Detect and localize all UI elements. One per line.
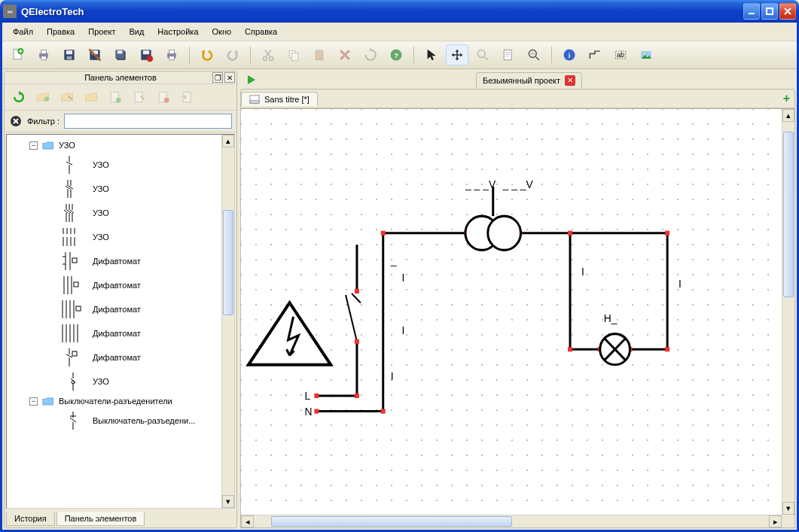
label-v-left: _ _ _V: [465, 178, 496, 190]
tree-item[interactable]: УЗО: [8, 225, 233, 249]
tree-category[interactable]: − УЗО: [8, 138, 233, 153]
menu-bar: Файл Правка Проект Вид Настройка Окно Сп…: [2, 23, 797, 41]
zoom-icon[interactable]: [471, 44, 494, 65]
image-icon[interactable]: [635, 44, 657, 65]
scroll-up-icon[interactable]: ▴: [222, 135, 234, 147]
svg-rect-68: [355, 289, 359, 293]
tree-item-label: УЗО: [93, 377, 109, 386]
save-all-icon[interactable]: [109, 44, 132, 65]
tree-item[interactable]: Дифавтомат: [8, 273, 233, 297]
project-tab[interactable]: Безымянный проект ✕: [476, 72, 582, 88]
tree-item[interactable]: УЗО: [8, 201, 233, 225]
scroll-down-icon[interactable]: ▾: [782, 502, 794, 515]
delete-icon[interactable]: [334, 44, 356, 65]
tree-item-label: Выключатели-разъеденители: [59, 397, 172, 406]
menu-settings[interactable]: Настройка: [151, 25, 204, 38]
tree-item[interactable]: Выключатель-разъедени...: [8, 409, 233, 433]
new-file-icon[interactable]: [7, 44, 29, 65]
print2-icon[interactable]: [160, 44, 183, 65]
project-tab-close-icon[interactable]: ✕: [565, 75, 575, 86]
svg-rect-56: [314, 409, 319, 413]
canvas-scrollbar-horizontal[interactable]: ◂ ▸: [241, 515, 782, 527]
sheet-tab[interactable]: Sans titre [*]: [241, 92, 318, 106]
redo-icon[interactable]: [221, 44, 244, 65]
wire-icon[interactable]: [584, 44, 606, 65]
tree-item-label: Дифавтомат: [93, 305, 141, 314]
zoom-fit-icon[interactable]: [523, 44, 545, 65]
element-thumb-icon: [66, 371, 81, 392]
scroll-right-icon[interactable]: ▸: [769, 515, 782, 527]
add-sheet-button[interactable]: +: [783, 92, 790, 105]
tree-item[interactable]: Дифавтомат: [8, 321, 233, 345]
edit-category-icon[interactable]: [56, 87, 78, 108]
collapse-icon[interactable]: −: [29, 397, 38, 406]
title-bar: ⎓ QElectroTech: [0, 0, 799, 23]
frame-icon[interactable]: ab: [609, 44, 632, 65]
svg-rect-63: [665, 231, 669, 236]
help-icon[interactable]: ?: [385, 44, 407, 65]
new-element-icon[interactable]: [104, 87, 127, 108]
filter-label: Фильтр :: [27, 117, 59, 126]
svg-rect-26: [318, 50, 322, 52]
canvas-scrollbar-vertical[interactable]: ▴ ▾: [782, 109, 794, 515]
elements-tree[interactable]: − УЗО УЗО УЗО УЗО УЗО Дифавтомат Дифавто…: [6, 134, 235, 509]
close-button[interactable]: [779, 3, 796, 20]
info-icon[interactable]: i: [558, 44, 581, 65]
page-props-icon[interactable]: [497, 44, 520, 65]
reload-icon[interactable]: [8, 87, 30, 108]
collapse-icon[interactable]: −: [29, 141, 38, 150]
panel-float-button[interactable]: ❐: [212, 72, 223, 83]
elements-panel: Панель элементов ❐ ✕ Фильтр :: [4, 71, 237, 528]
menu-project[interactable]: Проект: [82, 25, 121, 38]
minimize-button[interactable]: [743, 3, 760, 20]
menu-help[interactable]: Справка: [239, 25, 283, 38]
menu-view[interactable]: Вид: [123, 25, 150, 38]
cut-icon[interactable]: [257, 44, 279, 65]
scroll-up-icon[interactable]: ▴: [782, 109, 794, 122]
menu-edit[interactable]: Правка: [41, 25, 81, 38]
tree-item[interactable]: УЗО: [8, 177, 233, 201]
svg-rect-14: [117, 50, 123, 53]
element-thumb-icon: [62, 347, 84, 368]
scroll-left-icon[interactable]: ◂: [241, 515, 254, 527]
tree-scrollbar[interactable]: ▴ ▾: [221, 135, 234, 508]
edit-element-icon[interactable]: [128, 87, 151, 108]
panel-close-button[interactable]: ✕: [224, 72, 235, 83]
menu-window[interactable]: Окно: [206, 25, 238, 38]
clear-filter-icon[interactable]: [9, 114, 23, 128]
save-diag-icon[interactable]: [84, 44, 106, 65]
paste-icon[interactable]: [308, 44, 331, 65]
undo-icon[interactable]: [196, 44, 218, 65]
tab-elements[interactable]: Панель элементов: [56, 512, 145, 526]
tree-category[interactable]: − Выключатели-разъеденители: [8, 394, 233, 409]
open-category-icon[interactable]: [80, 87, 102, 108]
import-icon[interactable]: [176, 87, 199, 108]
copy-icon[interactable]: [282, 44, 305, 65]
filter-input[interactable]: [64, 114, 232, 129]
tab-history[interactable]: История: [6, 512, 55, 526]
delete-element-icon[interactable]: [152, 87, 175, 108]
save-icon[interactable]: [58, 44, 81, 65]
project-tab-label: Безымянный проект: [483, 76, 560, 85]
menu-file[interactable]: Файл: [7, 25, 39, 38]
scroll-thumb[interactable]: [223, 210, 233, 315]
maximize-button[interactable]: [761, 3, 778, 20]
svg-rect-24: [292, 53, 298, 61]
project-run-icon[interactable]: [245, 73, 258, 87]
schematic-canvas[interactable]: _ _ _V _ _ _V L N H_ _ I I I I I ▴ ▾: [240, 108, 795, 528]
svg-rect-48: [76, 306, 81, 311]
tree-item[interactable]: Дифавтомат: [8, 249, 233, 273]
tree-item[interactable]: УЗО: [8, 369, 233, 394]
scroll-thumb[interactable]: [783, 132, 794, 297]
scroll-thumb[interactable]: [271, 516, 512, 527]
move-icon[interactable]: [446, 44, 468, 65]
rotate-icon[interactable]: [359, 44, 382, 65]
save-check-icon[interactable]: [135, 44, 157, 65]
tree-item[interactable]: Дифавтомат: [8, 297, 233, 321]
tree-item[interactable]: Дифавтомат: [8, 345, 233, 369]
scroll-down-icon[interactable]: ▾: [222, 495, 234, 508]
cursor-icon[interactable]: [420, 44, 443, 65]
print-icon[interactable]: [32, 44, 55, 65]
tree-item[interactable]: УЗО: [8, 153, 233, 177]
new-category-icon[interactable]: [32, 87, 54, 108]
